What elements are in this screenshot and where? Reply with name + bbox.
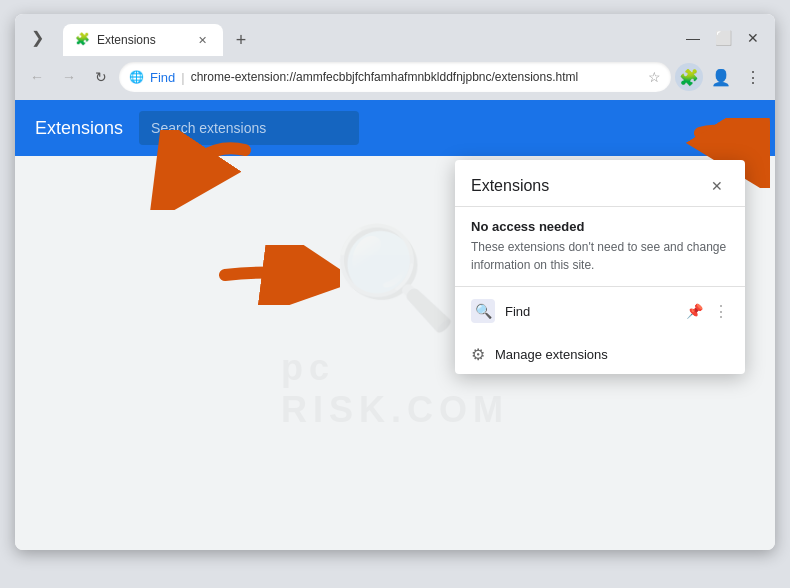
manage-extensions-label: Manage extensions [495, 347, 608, 362]
forward-button[interactable]: → [55, 63, 83, 91]
profile-icon: 👤 [711, 68, 731, 87]
chrome-menu-button[interactable]: ⋮ [739, 63, 767, 91]
site-icon: 🌐 [129, 70, 144, 84]
active-tab[interactable]: 🧩 Extensions ✕ [63, 24, 223, 56]
tab-overflow-icon[interactable]: ❯ [23, 23, 51, 51]
omnibox-url: chrome-extension://ammfecbbjfchfamhafmnb… [191, 70, 642, 84]
address-bar: ← → ↻ 🌐 Find | chrome-extension://ammfec… [15, 56, 775, 100]
tab-puzzle-icon: 🧩 [75, 32, 91, 48]
profile-button[interactable]: 👤 [707, 63, 735, 91]
manage-extensions-item[interactable]: ⚙ Manage extensions [455, 335, 745, 374]
maximize-button[interactable]: ⬜ [709, 24, 737, 52]
pin-icon[interactable]: 📌 [686, 303, 703, 319]
tab-label: Extensions [97, 33, 187, 47]
tab-close-button[interactable]: ✕ [193, 31, 211, 49]
popup-extensions-list: 🔍 Find 📌 ⋮ [455, 287, 745, 335]
back-button[interactable]: ← [23, 63, 51, 91]
omnibox-find-label: Find [150, 70, 175, 85]
title-bar: ❯ 🧩 Extensions ✕ + — ⬜ ✕ [15, 14, 775, 56]
gear-icon: ⚙ [471, 345, 485, 364]
omnibox[interactable]: 🌐 Find | chrome-extension://ammfecbbjfch… [119, 62, 671, 92]
find-extension-icon: 🔍 [471, 299, 495, 323]
popup-header: Extensions ✕ [455, 160, 745, 207]
extension-more-icon[interactable]: ⋮ [713, 302, 729, 321]
extensions-popup: Extensions ✕ No access needed These exte… [455, 160, 745, 374]
close-button[interactable]: ✕ [739, 24, 767, 52]
window-controls: — ⬜ ✕ [679, 24, 767, 52]
browser-window: ❯ 🧩 Extensions ✕ + — ⬜ ✕ ← → ↻ 🌐 Find | … [15, 14, 775, 550]
page-content: Extensions 🔍 pcRISK.COM [15, 100, 775, 550]
extensions-toolbar-button[interactable]: 🧩 [675, 63, 703, 91]
bookmark-icon[interactable]: ☆ [648, 69, 661, 85]
extensions-puzzle-icon: 🧩 [679, 68, 699, 87]
no-access-title: No access needed [471, 219, 729, 234]
extensions-page-title: Extensions [35, 118, 123, 139]
refresh-button[interactable]: ↻ [87, 63, 115, 91]
omnibox-separator: | [181, 70, 184, 85]
tab-bar: 🧩 Extensions ✕ + [55, 20, 679, 56]
watermark-magnifier: 🔍 [333, 219, 458, 337]
extensions-search-input[interactable] [139, 111, 359, 145]
find-extension-name: Find [505, 304, 676, 319]
minimize-button[interactable]: — [679, 24, 707, 52]
extensions-header: Extensions [15, 100, 775, 156]
chrome-menu-icon: ⋮ [745, 68, 761, 87]
new-tab-button[interactable]: + [227, 26, 255, 54]
popup-title: Extensions [471, 177, 549, 195]
find-extension-item[interactable]: 🔍 Find 📌 ⋮ [455, 291, 745, 331]
arrow-to-find [210, 245, 340, 305]
no-access-description: These extensions don't need to see and c… [471, 238, 729, 274]
popup-no-access-section: No access needed These extensions don't … [455, 207, 745, 287]
popup-close-button[interactable]: ✕ [705, 174, 729, 198]
